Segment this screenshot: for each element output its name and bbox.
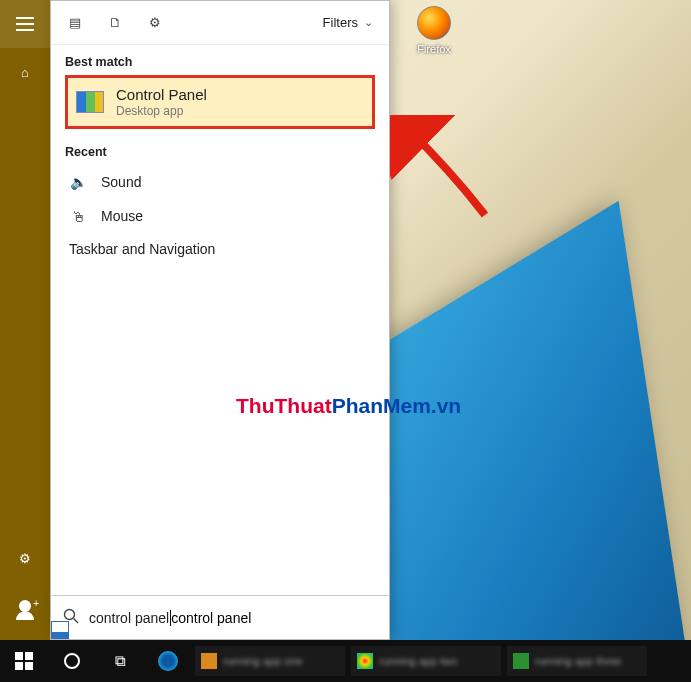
filters-dropdown[interactable]: Filters ⌄ — [311, 15, 385, 30]
chrome-icon — [357, 653, 373, 669]
user-icon: + — [19, 600, 31, 612]
windows-logo-icon — [15, 652, 33, 670]
documents-scope-button[interactable]: 🗋 — [95, 1, 135, 45]
edge-taskbar-button[interactable] — [144, 640, 192, 682]
desktop-icon-firefox[interactable]: Firefox — [404, 6, 464, 55]
recent-item-label: Taskbar and Navigation — [69, 241, 215, 257]
recent-item-label: Sound — [101, 174, 141, 190]
best-match-title: Control Panel — [116, 86, 207, 103]
gear-icon: ⚙ — [149, 15, 161, 30]
cortana-icon — [64, 653, 80, 669]
cortana-button[interactable] — [48, 640, 96, 682]
taskbar-task[interactable]: running app two — [351, 646, 501, 676]
recent-header: Recent — [51, 135, 389, 165]
search-box[interactable]: control panel — [51, 595, 389, 639]
recent-item-mouse[interactable]: Mouse — [51, 199, 389, 233]
document-icon: 🗋 — [109, 15, 122, 30]
svg-line-1 — [74, 619, 79, 624]
watermark-text: ThuThuatPhanMem.vn — [236, 394, 461, 418]
app-icon — [513, 653, 529, 669]
start-button[interactable] — [0, 640, 48, 682]
best-match-header: Best match — [51, 45, 389, 75]
svg-point-0 — [65, 610, 75, 620]
search-results-panel: ▤ 🗋 ⚙ Filters ⌄ Best match Control Panel… — [50, 0, 390, 640]
hamburger-icon — [16, 23, 34, 25]
home-icon: ⌂ — [21, 65, 29, 80]
settings-scope-button[interactable]: ⚙ — [135, 1, 175, 45]
taskbar-task[interactable]: running app one — [195, 646, 345, 676]
gear-icon: ⚙ — [19, 551, 31, 566]
panel-toolbar: ▤ 🗋 ⚙ Filters ⌄ — [51, 1, 389, 45]
taskbar: ⧉ running app one running app two runnin… — [0, 640, 691, 682]
speaker-icon — [69, 173, 87, 191]
firefox-icon — [417, 6, 451, 40]
apps-scope-button[interactable]: ▤ — [55, 1, 95, 45]
start-left-rail: ⌂ ⚙ + — [0, 0, 50, 640]
control-panel-icon — [76, 91, 104, 113]
account-button[interactable]: + — [0, 582, 50, 630]
recent-item-sound[interactable]: Sound — [51, 165, 389, 199]
recent-item-label: Mouse — [101, 208, 143, 224]
home-button[interactable]: ⌂ — [0, 48, 50, 96]
task-view-button[interactable]: ⧉ — [96, 640, 144, 682]
hamburger-button[interactable] — [0, 0, 50, 48]
search-input[interactable] — [171, 610, 377, 626]
annotation-arrow — [390, 115, 500, 235]
chevron-down-icon: ⌄ — [364, 16, 373, 29]
mouse-icon — [69, 207, 87, 225]
best-match-subtitle: Desktop app — [116, 104, 207, 118]
task-view-icon: ⧉ — [115, 652, 126, 670]
app-icon — [201, 653, 217, 669]
best-match-item[interactable]: Control Panel Desktop app — [65, 75, 375, 129]
search-input-value: control panel — [89, 610, 169, 626]
taskbar-task[interactable]: running app three — [507, 646, 647, 676]
apps-icon: ▤ — [69, 15, 81, 30]
edge-icon — [158, 651, 178, 671]
desktop-icon-label: Firefox — [404, 43, 464, 55]
recent-item-taskbar[interactable]: Taskbar and Navigation — [51, 233, 389, 265]
filters-label: Filters — [323, 15, 358, 30]
settings-button[interactable]: ⚙ — [0, 534, 50, 582]
